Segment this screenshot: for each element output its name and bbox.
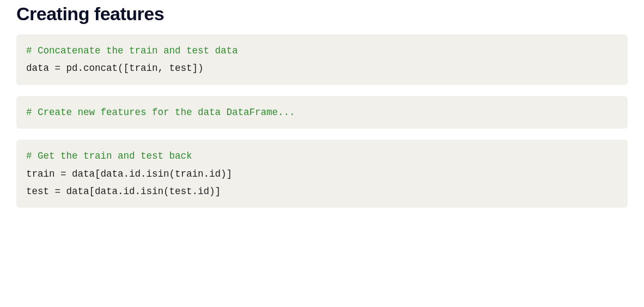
section-heading: Creating features — [16, 3, 628, 25]
code-block-3: # Get the train and test back train = da… — [16, 140, 628, 208]
code-block-2: # Create new features for the data DataF… — [16, 96, 628, 129]
code-comment: # Get the train and test back — [26, 151, 192, 161]
code-line: train = data[data.id.isin(train.id)] — [26, 168, 232, 179]
code-line: test = data[data.id.isin(test.id)] — [26, 186, 221, 197]
code-comment: # Concatenate the train and test data — [26, 45, 238, 56]
code-line: data = pd.concat([train, test]) — [26, 63, 204, 74]
document-container: Creating features # Concatenate the trai… — [0, 0, 644, 235]
code-comment: # Create new features for the data DataF… — [26, 107, 295, 118]
code-block-1: # Concatenate the train and test data da… — [16, 34, 628, 85]
